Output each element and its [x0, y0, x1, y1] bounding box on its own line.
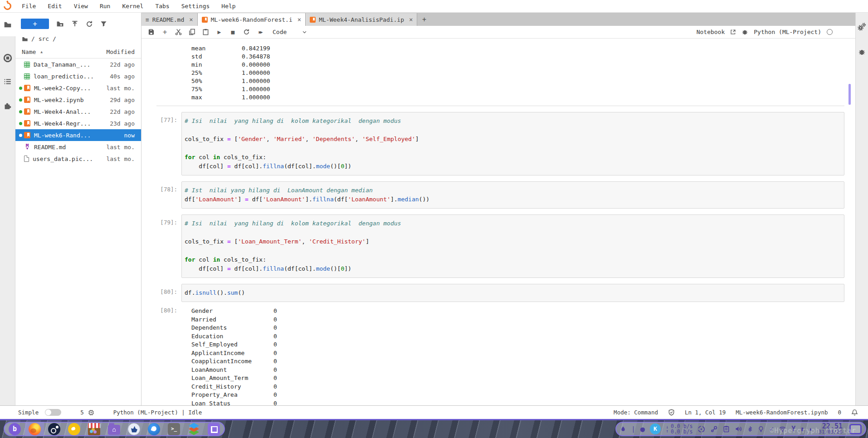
steam-tray-icon[interactable]: [710, 425, 718, 433]
column-name[interactable]: Name▲: [22, 49, 106, 55]
file-row[interactable]: ML-Week4-Regr...23d ago: [15, 117, 141, 129]
copy-cells-button[interactable]: [188, 28, 196, 36]
bluetooth-icon[interactable]: [747, 425, 753, 433]
thunderbird-icon[interactable]: [148, 423, 160, 435]
file-row[interactable]: ML-week2-Copy...last mo.: [15, 82, 141, 94]
app-market-icon[interactable]: [88, 423, 100, 435]
new-tab-button[interactable]: +: [417, 13, 431, 26]
screenshot-crop-icon[interactable]: [208, 423, 220, 435]
new-folder-button[interactable]: [56, 20, 64, 28]
code-editor[interactable]: # Ist nilai yang hilang di LoanAmount de…: [181, 181, 844, 209]
kernel-sessions-icon: [88, 409, 94, 416]
firefox-icon[interactable]: [29, 423, 41, 435]
breadcrumb[interactable]: / src /: [15, 33, 141, 46]
file-row[interactable]: M▼README.mdlast mo.: [15, 141, 141, 153]
close-tab-icon[interactable]: ×: [297, 16, 301, 23]
debugger-bug-icon[interactable]: [741, 29, 748, 35]
code-editor[interactable]: df.isnull().sum(): [181, 284, 844, 302]
new-launcher-button[interactable]: +: [21, 19, 49, 29]
network-speed-widget[interactable]: ↓↑ 0.0 b/s0.0 b/s: [666, 423, 693, 434]
refresh-button[interactable]: [86, 20, 93, 28]
separator: |: [631, 426, 635, 432]
bell-icon[interactable]: [851, 409, 858, 416]
clipboard-icon[interactable]: [723, 425, 730, 433]
volume-icon[interactable]: [735, 425, 742, 433]
upload-button[interactable]: [71, 20, 78, 28]
notebook-type-label: Notebook: [697, 29, 725, 35]
menu-view[interactable]: View: [69, 1, 93, 11]
file-row[interactable]: loan_predictio...40s ago: [15, 70, 141, 82]
session-count[interactable]: 5: [80, 409, 84, 416]
night-light-bulb-icon[interactable]: [758, 425, 764, 433]
paste-cells-button[interactable]: [202, 28, 210, 36]
wifi-icon[interactable]: [779, 426, 786, 433]
sidebar-tab-running[interactable]: [0, 46, 15, 70]
file-manager-icon[interactable]: [108, 425, 120, 435]
layers-app-icon[interactable]: [188, 423, 200, 435]
code-editor[interactable]: # Isi nilai yang hilang di kolom kategor…: [181, 112, 844, 175]
cell-type-select[interactable]: Code: [270, 28, 310, 36]
water-drop-icon[interactable]: [620, 425, 626, 433]
menu-help[interactable]: Help: [216, 1, 240, 11]
add-cell-button[interactable]: +: [161, 28, 169, 36]
steam-icon[interactable]: [48, 423, 60, 435]
file-row[interactable]: users_data.pic...last mo.: [15, 153, 141, 165]
cursor-position[interactable]: Ln 1, Col 19: [685, 409, 726, 416]
editor-mode[interactable]: Mode: Command: [614, 409, 658, 416]
tray-circle-icon[interactable]: ●: [640, 426, 645, 432]
notification-count[interactable]: 0: [838, 409, 841, 416]
active-filename[interactable]: ML-week6-RandomForest.ipynb: [736, 409, 828, 416]
scrollbar-thumb[interactable]: [848, 84, 851, 105]
menu-kernel[interactable]: Kernel: [117, 1, 148, 11]
file-row[interactable]: Data_Tanaman_...22d ago: [15, 58, 141, 70]
menu-file[interactable]: File: [17, 1, 41, 11]
cut-cells-button[interactable]: [175, 28, 182, 36]
input-prompt: [80]:: [141, 284, 181, 302]
file-row[interactable]: ML-week2.ipynb29d ago: [15, 94, 141, 106]
menu-settings[interactable]: Settings: [176, 1, 215, 11]
kernel-name[interactable]: Python (ML-Project): [754, 29, 821, 35]
menu-edit[interactable]: Edit: [43, 1, 67, 11]
restart-kernel-button[interactable]: [243, 28, 250, 36]
package-icon[interactable]: ▮: [800, 426, 804, 432]
trust-shield-icon[interactable]: [668, 409, 675, 416]
debugger-bug-icon[interactable]: [858, 48, 866, 57]
biglinux-launcher-icon[interactable]: b: [9, 423, 21, 435]
update-notifier-icon[interactable]: [697, 425, 705, 433]
checkmark-icon[interactable]: ✓: [769, 426, 774, 432]
save-button[interactable]: [147, 28, 155, 36]
file-row[interactable]: ML-Week4-Anal...22d ago: [15, 106, 141, 117]
show-desktop-button[interactable]: [849, 424, 862, 434]
plasma-ball-icon[interactable]: [68, 423, 80, 435]
tab-readme[interactable]: ≡ README.md ×: [141, 13, 198, 26]
close-tab-icon[interactable]: ×: [409, 16, 413, 23]
sidebar-tab-files[interactable]: [0, 13, 15, 36]
file-row-selected[interactable]: ML-week6-Rand...now: [15, 129, 141, 141]
tab-ml-week4-analisispadi[interactable]: ML-Week4-AnalisisPadi.ip ×: [306, 13, 417, 26]
wolf-browser-icon[interactable]: [128, 423, 140, 435]
close-tab-icon[interactable]: ×: [189, 16, 193, 23]
terminal-icon[interactable]: >_: [168, 423, 180, 435]
column-modified[interactable]: Modified: [106, 49, 135, 55]
notebook-scroll-area[interactable]: mean0.842199 std0.364878 min0.000000 25%…: [141, 39, 855, 405]
external-link-icon[interactable]: [730, 29, 736, 35]
property-inspector-gears-icon[interactable]: [858, 23, 866, 33]
kernel-status-text[interactable]: Python (ML-Project) | Idle: [113, 409, 202, 416]
stop-kernel-button[interactable]: ■: [229, 28, 237, 36]
expand-tray-caret-icon[interactable]: ▲: [809, 426, 812, 432]
code-editor[interactable]: # Isi nilai yang hilang di kolom kategor…: [181, 214, 844, 278]
filter-button[interactable]: [100, 20, 107, 27]
y-tool-icon[interactable]: Y: [791, 426, 795, 432]
clock-widget[interactable]: 22.51 31/03/26: [819, 423, 843, 435]
file-lines-icon: ≡: [146, 16, 149, 23]
tab-ml-week6-randomforest[interactable]: ML-week6-RandomForest.i ×: [198, 13, 306, 26]
sidebar-tab-toc[interactable]: [0, 70, 15, 93]
kde-plasma-icon[interactable]: K: [650, 423, 661, 434]
run-cell-button[interactable]: ▶: [215, 28, 223, 36]
sidebar-tab-extensions[interactable]: [0, 93, 15, 117]
breadcrumb-path: / src /: [31, 35, 56, 42]
menu-tabs[interactable]: Tabs: [150, 1, 174, 11]
menu-run[interactable]: Run: [95, 1, 115, 11]
simple-mode-toggle[interactable]: [45, 409, 61, 416]
restart-run-all-button[interactable]: ▶▶: [256, 28, 264, 36]
